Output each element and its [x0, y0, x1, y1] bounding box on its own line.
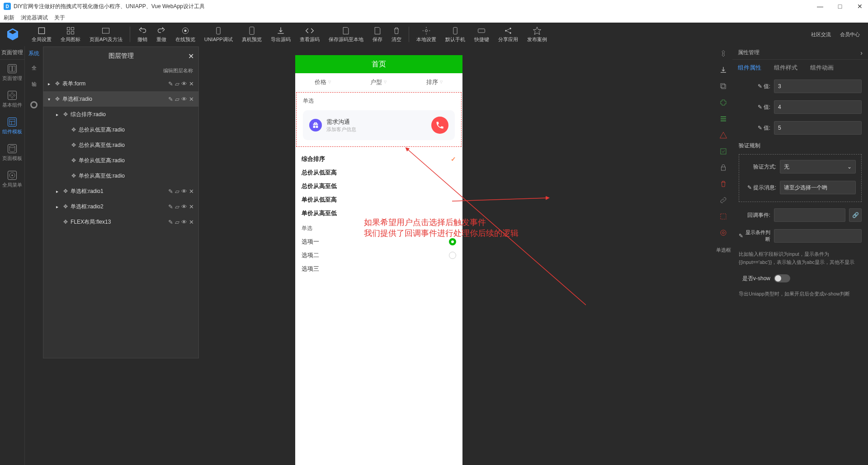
opt-row-1[interactable]: 选项二 — [295, 249, 462, 262]
list-icon[interactable] — [719, 115, 727, 123]
sort-row-0[interactable]: 综合排序✓ — [295, 152, 462, 166]
delete-layer-icon[interactable]: ✕ — [189, 188, 194, 195]
delete-layer-icon[interactable]: ✕ — [189, 80, 194, 87]
menu-about[interactable]: 关于 — [54, 14, 65, 22]
tab-layout[interactable]: 户型▽ — [351, 73, 406, 91]
puzzle-icon[interactable] — [719, 99, 727, 107]
layer-item[interactable]: ▸✥单选框:radio2✎▱👁✕ — [43, 199, 198, 214]
tb-community[interactable]: 社区交流 — [807, 23, 835, 46]
tb-preview[interactable]: 在线预览 — [171, 23, 200, 46]
rail-page-manage[interactable]: 页面管理 — [0, 60, 24, 86]
download-icon[interactable] — [719, 66, 727, 74]
layer-item[interactable]: ▸✥单选框:radio1✎▱👁✕ — [43, 183, 198, 199]
sys-radio-icon[interactable] — [25, 97, 43, 113]
layer-item[interactable]: ✥总价从高至低:radio — [43, 137, 198, 153]
move-icon[interactable]: ✥ — [55, 80, 60, 87]
tb-redo[interactable]: 重做 — [152, 23, 171, 46]
edit-layer-icon[interactable]: ✎ — [168, 203, 173, 210]
layer-item[interactable]: ✥单价从高至低:radio — [43, 168, 198, 183]
rect-layer-icon[interactable]: ▱ — [175, 219, 179, 225]
callback-input[interactable] — [774, 208, 845, 222]
eye-layer-icon[interactable]: 👁 — [181, 188, 187, 195]
proptab-attrs[interactable]: 组件属性 — [738, 64, 761, 72]
tb-page-api[interactable]: 页面API及方法 — [85, 23, 127, 46]
rail-global-menu[interactable]: 全局菜单 — [0, 166, 24, 193]
system-tab[interactable]: 系统 — [25, 47, 43, 60]
layer-item[interactable]: ▾✥单选框:radio✎▱👁✕ — [43, 91, 198, 107]
tb-uniapp-debug[interactable]: UNIAPP调试 — [200, 23, 237, 46]
tb-view-source[interactable]: 查看源码 — [295, 23, 324, 46]
hint-input[interactable]: 请至少选择一个哟 — [780, 181, 856, 194]
layer-item[interactable]: ✥单价从低至高:radio — [43, 153, 198, 168]
link-chain-icon[interactable] — [719, 196, 727, 204]
move-icon[interactable]: ✥ — [71, 142, 76, 148]
valid-mode-select[interactable]: 无⌄ — [780, 160, 856, 174]
trash-icon[interactable] — [719, 180, 727, 188]
edit-layer-icon[interactable]: ✎ — [168, 80, 173, 87]
move-icon[interactable]: ✥ — [55, 96, 60, 102]
delete-layer-icon[interactable]: ✕ — [189, 203, 194, 210]
edit-layer-icon[interactable]: ✎ — [168, 188, 173, 195]
tb-device-preview[interactable]: 真机预览 — [237, 23, 266, 46]
condition-input[interactable] — [774, 229, 862, 243]
rail-page-template[interactable]: 页面模板 — [0, 140, 24, 166]
tb-share[interactable]: 分享应用 — [494, 23, 523, 46]
value-input-4[interactable]: 4 — [774, 100, 862, 114]
selected-radio-component[interactable]: 单选 需求沟通 添加客户信息 — [296, 92, 462, 147]
layer-item[interactable]: ▸✥综合排序:radio — [43, 107, 198, 122]
rect-layer-icon[interactable]: ▱ — [175, 80, 179, 87]
lock-icon[interactable] — [719, 164, 727, 172]
sort-row-4[interactable]: 单价从高至低 — [295, 207, 462, 220]
delete-layer-icon[interactable]: ✕ — [189, 96, 194, 103]
menu-browser-debug[interactable]: 浏览器调试 — [21, 14, 48, 22]
tb-export[interactable]: 导出源码 — [266, 23, 295, 46]
tb-undo[interactable]: 撤销 — [133, 23, 152, 46]
tb-member[interactable]: 会员中心 — [835, 23, 864, 46]
copy-icon[interactable] — [719, 82, 727, 90]
layer-edit-name[interactable]: 编辑图层名称 — [43, 65, 198, 76]
sort-row-3[interactable]: 单价从低至高 — [295, 193, 462, 207]
rect-layer-icon[interactable]: ▱ — [175, 96, 179, 103]
pin-icon[interactable] — [719, 50, 727, 58]
phone-call-icon[interactable] — [431, 117, 448, 134]
move-icon[interactable]: ✥ — [63, 188, 68, 194]
demand-card[interactable]: 需求沟通 添加客户信息 — [303, 110, 455, 140]
tb-local-settings[interactable]: 本地设置 — [412, 23, 441, 46]
rect-layer-icon[interactable]: ▱ — [175, 203, 179, 210]
tb-global-settings[interactable]: 全局设置 — [27, 23, 56, 46]
opt-row-0[interactable]: 选项一 — [295, 235, 462, 249]
tb-save[interactable]: 保存 — [368, 23, 387, 46]
eye-layer-icon[interactable]: 👁 — [181, 80, 187, 87]
maximize-button[interactable]: □ — [835, 3, 844, 10]
move-icon[interactable]: ✥ — [71, 157, 76, 164]
tab-price[interactable]: 价格▽ — [295, 73, 351, 91]
eye-layer-icon[interactable]: 👁 — [181, 203, 187, 210]
minimize-button[interactable]: ― — [816, 3, 825, 10]
opt-row-2[interactable]: 选项三 — [295, 262, 462, 276]
warning-icon[interactable] — [719, 131, 727, 139]
sys-item-input[interactable]: 输 — [25, 76, 43, 92]
target-icon[interactable] — [719, 229, 727, 237]
eye-layer-icon[interactable]: 👁 — [181, 219, 187, 225]
sort-row-1[interactable]: 总价从低至高 — [295, 166, 462, 179]
tb-default-phone[interactable]: 默认手机 — [441, 23, 470, 46]
callback-link-icon[interactable]: 🔗 — [849, 208, 862, 222]
rect-layer-icon[interactable]: ▱ — [175, 188, 179, 195]
move-icon[interactable]: ✥ — [63, 111, 68, 117]
proptab-style[interactable]: 组件样式 — [774, 64, 797, 72]
check-square-icon[interactable] — [719, 147, 727, 155]
rail-component-template[interactable]: 组件模板 — [0, 113, 24, 140]
tab-sort[interactable]: 排序▽ — [406, 73, 462, 91]
move-icon[interactable]: ✥ — [63, 219, 68, 225]
value-input-5[interactable]: 5 — [774, 121, 862, 135]
proptab-anim[interactable]: 组件动画 — [810, 64, 834, 72]
rail-basic-components[interactable]: 基本组件 — [0, 86, 24, 113]
move-icon[interactable]: ✥ — [71, 127, 76, 133]
edit-layer-icon[interactable]: ✎ — [168, 96, 173, 103]
layer-item[interactable]: ✥FLEX布局:flex13✎▱👁✕ — [43, 214, 198, 230]
menu-refresh[interactable]: 刷新 — [4, 14, 14, 22]
close-button[interactable]: ✕ — [855, 3, 864, 10]
layer-item[interactable]: ▸✥表单:form✎▱👁✕ — [43, 76, 198, 91]
delete-layer-icon[interactable]: ✕ — [189, 219, 194, 225]
sort-row-2[interactable]: 总价从高至低 — [295, 179, 462, 193]
